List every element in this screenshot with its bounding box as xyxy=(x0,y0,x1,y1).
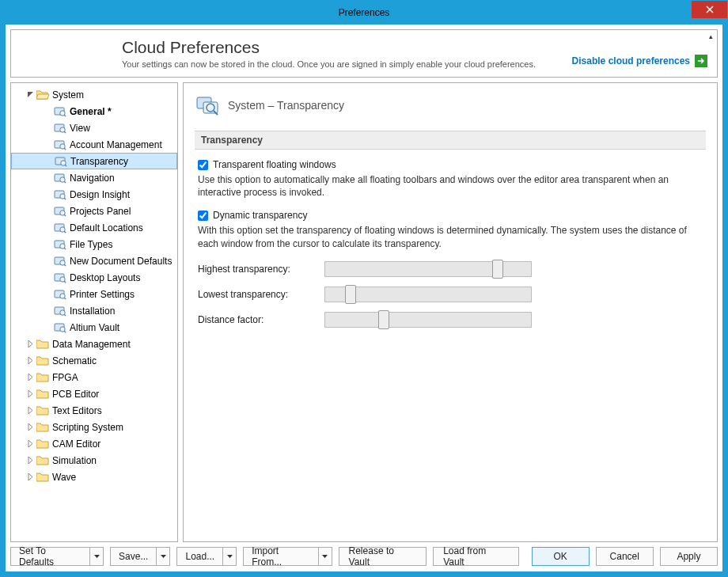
folder-icon xyxy=(36,338,49,351)
save-label: Save... xyxy=(111,548,157,565)
transparent-floating-checkbox[interactable]: Transparent floating windows xyxy=(198,159,703,170)
content-row: SystemGeneral *ViewAccount ManagementTra… xyxy=(10,82,718,542)
page-icon xyxy=(54,188,66,201)
category-tree[interactable]: SystemGeneral *ViewAccount ManagementTra… xyxy=(10,82,178,542)
close-button[interactable] xyxy=(692,1,727,18)
transparent-floating-input[interactable] xyxy=(198,160,208,170)
tree-node-printer-settings[interactable]: Printer Settings xyxy=(11,286,177,302)
transparent-floating-label: Transparent floating windows xyxy=(213,159,336,170)
tree-node-view[interactable]: View xyxy=(11,120,177,136)
set-defaults-label: Set To Defaults xyxy=(11,548,90,565)
tree-node-wave[interactable]: Wave xyxy=(11,469,177,485)
tree-label: Account Management xyxy=(68,139,162,150)
tree-label: Schematic xyxy=(51,355,97,366)
save-button[interactable]: Save... xyxy=(110,547,170,566)
slider-label: Distance factor: xyxy=(198,314,324,325)
tree-label: General * xyxy=(68,106,112,117)
expand-icon[interactable] xyxy=(25,340,35,347)
load-button[interactable]: Load... xyxy=(176,547,237,566)
tree-node-fpga[interactable]: FPGA xyxy=(11,369,177,385)
save-dropdown[interactable] xyxy=(157,548,169,565)
slider-thumb[interactable] xyxy=(378,310,389,329)
settings-panel: System – Transparency Transparency Trans… xyxy=(183,82,718,542)
footer-buttons: Set To Defaults Save... Load... Import F… xyxy=(10,547,718,566)
page-icon xyxy=(54,255,66,268)
load-dropdown[interactable] xyxy=(223,548,236,565)
slider-thumb[interactable] xyxy=(345,285,356,304)
tree-node-navigation[interactable]: Navigation xyxy=(11,169,177,186)
expand-icon[interactable] xyxy=(25,423,35,431)
expand-icon[interactable] xyxy=(25,457,35,464)
tree-label: Projects Panel xyxy=(68,206,131,217)
page-icon xyxy=(54,205,66,218)
tree-node-general-[interactable]: General * xyxy=(11,103,177,120)
tree-node-scripting-system[interactable]: Scripting System xyxy=(11,419,177,435)
tree-node-pcb-editor[interactable]: PCB Editor xyxy=(11,385,177,402)
slider-track[interactable] xyxy=(324,261,532,277)
expand-icon[interactable] xyxy=(25,407,35,414)
tree-node-text-editors[interactable]: Text Editors xyxy=(11,402,177,419)
tree-label: Transparency xyxy=(69,156,128,167)
banner-subtitle: Your settings can now be stored in the c… xyxy=(122,59,536,69)
banner-collapse-button[interactable]: ▴ xyxy=(707,32,715,40)
tree-node-desktop-layouts[interactable]: Desktop Layouts xyxy=(11,269,177,286)
tree-label: File Types xyxy=(68,239,112,250)
tree-label: Simulation xyxy=(51,455,97,466)
tree-label: PCB Editor xyxy=(51,389,99,400)
apply-button[interactable]: Apply xyxy=(660,547,718,566)
set-defaults-button[interactable]: Set To Defaults xyxy=(10,547,104,566)
tree-node-cam-editor[interactable]: CAM Editor xyxy=(11,435,177,452)
expand-icon[interactable] xyxy=(25,440,35,447)
tree-node-installation[interactable]: Installation xyxy=(11,302,177,319)
tree-node-account-management[interactable]: Account Management xyxy=(11,136,177,153)
expand-icon[interactable] xyxy=(25,390,35,397)
page-icon xyxy=(54,271,66,284)
tree-node-transparency[interactable]: Transparency xyxy=(11,153,177,169)
tree-label: View xyxy=(68,123,90,134)
tree-node-projects-panel[interactable]: Projects Panel xyxy=(11,203,177,219)
import-from-dropdown[interactable] xyxy=(319,548,332,565)
cancel-button[interactable]: Cancel xyxy=(596,547,654,566)
release-to-vault-button[interactable]: Release to Vault xyxy=(339,547,427,566)
tree-node-simulation[interactable]: Simulation xyxy=(11,452,177,469)
tree-node-altium-vault[interactable]: Altium Vault xyxy=(11,319,177,336)
tree-node-file-types[interactable]: File Types xyxy=(11,236,177,252)
import-from-button[interactable]: Import From... xyxy=(243,547,332,566)
ok-button[interactable]: OK xyxy=(532,547,590,566)
expand-icon[interactable] xyxy=(25,473,35,480)
folder-icon xyxy=(36,355,49,367)
panel-heading-icon xyxy=(195,93,220,118)
page-icon xyxy=(54,288,66,301)
expand-icon[interactable] xyxy=(25,374,35,381)
tree-node-default-locations[interactable]: Default Locations xyxy=(11,219,177,236)
disable-cloud-link[interactable]: Disable cloud preferences xyxy=(572,55,707,69)
tree-label: Desktop Layouts xyxy=(68,272,140,283)
slider-track[interactable] xyxy=(324,312,532,328)
expand-icon[interactable] xyxy=(25,357,35,364)
page-icon xyxy=(54,172,66,184)
dynamic-transparency-desc: With this option set the transparency of… xyxy=(198,224,703,249)
slider-thumb[interactable] xyxy=(492,260,503,279)
titlebar: Preferences xyxy=(1,1,727,25)
slider-label: Lowest transparency: xyxy=(198,289,324,300)
dynamic-transparency-input[interactable] xyxy=(198,211,208,221)
set-defaults-dropdown[interactable] xyxy=(90,548,103,565)
tree-node-data-management[interactable]: Data Management xyxy=(11,336,177,352)
section-header-transparency: Transparency xyxy=(195,131,706,150)
tree-node-design-insight[interactable]: Design Insight xyxy=(11,186,177,203)
tree-node-new-document-defaults[interactable]: New Document Defaults xyxy=(11,252,177,269)
slider-track[interactable] xyxy=(324,287,532,302)
expand-icon[interactable] xyxy=(25,91,35,98)
folder-icon xyxy=(36,371,49,384)
dynamic-transparency-checkbox[interactable]: Dynamic transparency xyxy=(198,210,703,221)
tree-label: Wave xyxy=(51,472,76,483)
tree-label: Design Insight xyxy=(68,189,130,200)
load-from-vault-button[interactable]: Load from Vault xyxy=(433,547,518,566)
arrow-go-icon xyxy=(695,55,707,67)
tree-label: System xyxy=(51,89,84,101)
tree-label: Altium Vault xyxy=(68,322,119,333)
tree-node-schematic[interactable]: Schematic xyxy=(11,352,177,369)
page-icon xyxy=(54,222,66,234)
close-icon xyxy=(706,6,714,13)
tree-node-system[interactable]: System xyxy=(11,86,177,103)
